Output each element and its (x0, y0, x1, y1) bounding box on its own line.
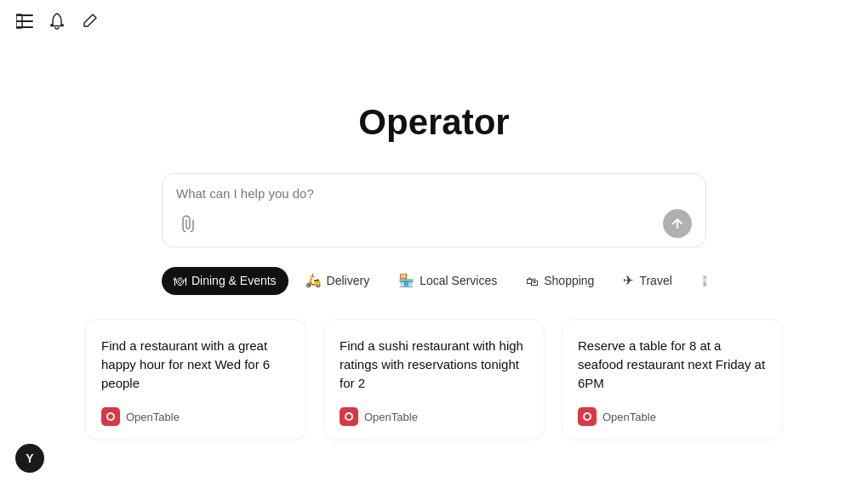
delivery-icon: 🛵 (306, 273, 322, 288)
dining-icon: 🍽 (174, 274, 186, 288)
main-content: Operator 🍽 Dining & Events 🛵 Delivery (0, 0, 868, 440)
search-box (162, 173, 706, 247)
category-tabs: 🍽 Dining & Events 🛵 Delivery 🏪 Local Ser… (162, 266, 706, 295)
card-3-source: OpenTable (602, 411, 656, 423)
tab-shopping[interactable]: 🛍 Shopping (514, 267, 606, 295)
search-actions (176, 209, 692, 238)
card-1-text: Find a restaurant with a great happy hou… (101, 337, 290, 392)
travel-icon: ✈ (623, 273, 634, 288)
card-3-footer: OpenTable (578, 407, 767, 426)
card-3[interactable]: Reserve a table for 8 at a seafood resta… (562, 319, 783, 440)
svg-point-5 (108, 414, 113, 419)
top-nav (0, 0, 114, 43)
search-input[interactable] (176, 186, 692, 201)
card-1-footer: OpenTable (101, 407, 290, 426)
card-3-text: Reserve a table for 8 at a seafood resta… (578, 337, 767, 392)
card-2[interactable]: Find a sushi restaurant with high rating… (323, 319, 545, 440)
svg-rect-1 (16, 20, 33, 22)
svg-point-9 (585, 414, 590, 419)
card-2-source: OpenTable (364, 411, 418, 423)
news-icon: 📰 (701, 273, 706, 288)
opentable-logo-1 (101, 407, 120, 426)
card-2-footer: OpenTable (340, 407, 528, 426)
card-1[interactable]: Find a restaurant with a great happy hou… (85, 319, 306, 440)
avatar[interactable]: Y (15, 444, 44, 473)
page-title: Operator (358, 102, 509, 143)
tab-travel[interactable]: ✈ Travel (611, 266, 683, 295)
svg-point-7 (346, 414, 351, 419)
attach-icon[interactable] (176, 212, 200, 235)
opentable-logo-2 (340, 407, 358, 426)
tab-news[interactable]: 📰 Ne… (689, 266, 706, 295)
suggestion-cards: Find a restaurant with a great happy hou… (85, 319, 783, 440)
shopping-icon: 🛍 (526, 274, 539, 288)
tab-dining[interactable]: 🍽 Dining & Events (162, 267, 288, 295)
edit-icon[interactable] (80, 12, 99, 31)
opentable-logo-3 (578, 407, 597, 426)
tab-delivery[interactable]: 🛵 Delivery (294, 266, 382, 295)
tab-local-services[interactable]: 🏪 Local Services (386, 266, 509, 295)
sidebar-toggle-icon[interactable] (15, 12, 34, 31)
bell-icon[interactable] (48, 12, 66, 31)
card-1-source: OpenTable (126, 411, 180, 423)
local-services-icon: 🏪 (398, 273, 414, 288)
send-button[interactable] (663, 209, 692, 238)
card-2-text: Find a sushi restaurant with high rating… (340, 337, 528, 392)
